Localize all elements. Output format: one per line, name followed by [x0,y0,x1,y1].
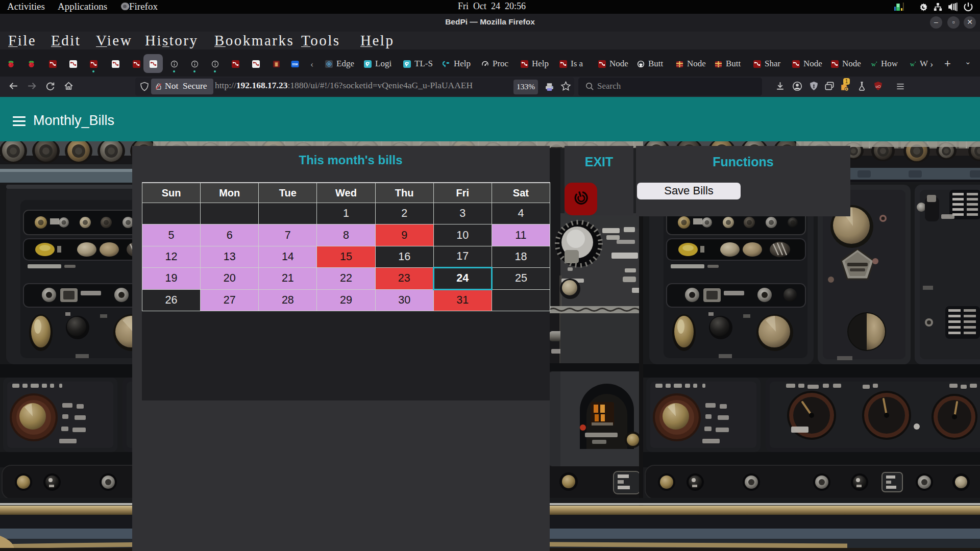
svg-text:uO: uO [876,84,881,89]
svg-text:w: w [910,61,915,68]
svg-text:w: w [871,61,876,68]
svg-text:DSM: DSM [292,63,298,66]
